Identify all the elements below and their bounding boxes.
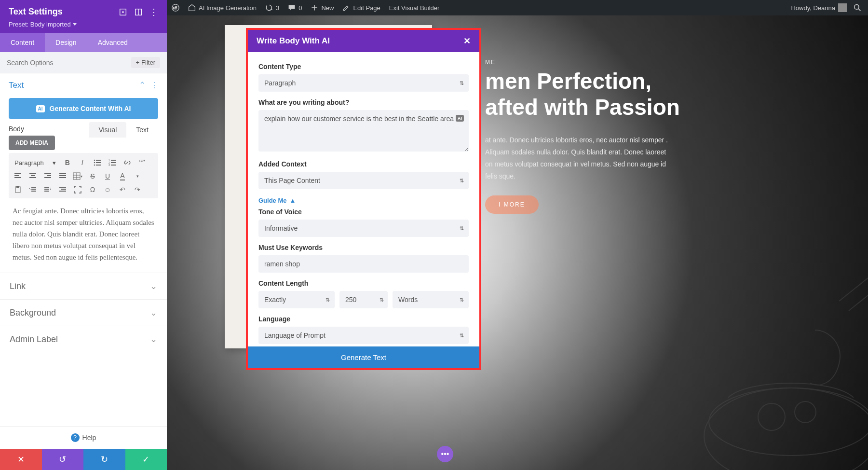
tab-design[interactable]: Design <box>45 33 87 52</box>
svg-rect-25 <box>14 175 19 176</box>
text-section-header[interactable]: Text ⌃ ⋮ <box>0 73 167 94</box>
save-button[interactable]: ✓ <box>125 449 167 470</box>
generate-ai-label: Generate Content With AI <box>50 105 131 112</box>
guide-me-toggle[interactable]: Guide Me ▲ <box>258 197 296 204</box>
undo-button[interactable]: ↺ <box>42 449 84 470</box>
svg-rect-48 <box>59 187 66 188</box>
tab-content[interactable]: Content <box>0 33 45 52</box>
fullscreen-icon[interactable] <box>72 184 83 195</box>
expand-icon[interactable] <box>119 8 127 16</box>
indent-icon[interactable] <box>42 184 53 195</box>
svg-rect-32 <box>44 177 51 178</box>
search-input[interactable] <box>7 59 103 67</box>
ul-icon[interactable] <box>92 157 103 168</box>
comments-count: 0 <box>298 4 302 12</box>
updates-link[interactable]: 3 <box>265 4 279 12</box>
generate-text-button[interactable]: Generate Text <box>248 346 479 368</box>
help-row[interactable]: ? Help <box>0 426 167 449</box>
svg-rect-16 <box>96 162 101 163</box>
panel-title: Text Settings <box>9 7 63 17</box>
link-icon[interactable] <box>122 157 133 168</box>
bottom-actions: ✕ ↺ ↻ ✓ <box>0 449 167 470</box>
length-compare-select[interactable]: Exactly <box>258 291 335 308</box>
tone-select[interactable]: Informative <box>258 220 469 237</box>
editor-content[interactable]: Ac feugiat ante. Donec ultricies loborti… <box>9 198 158 273</box>
outdent-icon[interactable] <box>27 184 38 195</box>
bold-icon[interactable]: B <box>62 157 73 168</box>
generate-ai-button[interactable]: AI Generate Content With AI <box>9 98 158 119</box>
svg-point-14 <box>94 165 95 166</box>
ai-chip-icon[interactable]: AI <box>456 115 464 122</box>
text-color-dropdown-icon[interactable]: ▾ <box>132 171 143 181</box>
chevron-up-icon[interactable]: ⌃ <box>139 80 146 90</box>
align-right-icon[interactable] <box>42 171 53 181</box>
wp-admin-bar: AI Image Generation 3 0 New Edit Page Ex… <box>167 0 868 15</box>
cancel-button[interactable]: ✕ <box>0 449 42 470</box>
add-media-button[interactable]: ADD MEDIA <box>9 136 55 150</box>
howdy-user[interactable]: Howdy, Deanna <box>791 3 847 12</box>
svg-rect-31 <box>47 175 51 176</box>
about-textarea[interactable] <box>258 110 469 152</box>
redo-icon[interactable]: ↷ <box>132 184 143 195</box>
svg-point-7 <box>795 401 816 423</box>
svg-rect-45 <box>44 187 49 188</box>
close-icon[interactable]: ✕ <box>463 36 471 46</box>
link-accordion[interactable]: Link ⌄ <box>0 273 167 299</box>
exit-builder-link[interactable]: Exit Visual Builder <box>389 4 440 12</box>
language-select[interactable]: Language of Prompt <box>258 327 469 344</box>
svg-point-1 <box>854 5 859 10</box>
omega-icon[interactable]: Ω <box>87 184 98 195</box>
bg-acc-label: Background <box>10 308 56 318</box>
settings-tabs: Content Design Advanced <box>0 33 167 52</box>
more-icon[interactable]: ⋮ <box>149 8 158 16</box>
undo-icon[interactable]: ↶ <box>117 184 128 195</box>
format-select[interactable]: Paragraph ▾ <box>13 158 58 167</box>
tab-advanced[interactable]: Advanced <box>87 33 138 52</box>
svg-rect-27 <box>29 173 36 174</box>
link-acc-label: Link <box>10 281 26 291</box>
emoji-icon[interactable]: ☺ <box>102 184 113 195</box>
keywords-input[interactable] <box>258 255 469 273</box>
plus-icon: + <box>136 59 140 66</box>
edit-page-link[interactable]: Edit Page <box>342 4 380 12</box>
align-center-icon[interactable] <box>27 171 38 181</box>
preset-selector[interactable]: Preset: Body imported <box>9 21 158 28</box>
svg-rect-23 <box>111 165 116 166</box>
divi-fab-button[interactable]: ••• <box>437 446 453 462</box>
hero-paragraph: at ante. Donec ultricies lobortis eros, … <box>485 134 673 183</box>
length-unit-select[interactable]: Words <box>393 291 469 308</box>
length-label: Content Length <box>258 279 469 287</box>
site-name[interactable]: AI Image Generation <box>188 4 257 12</box>
strike-icon[interactable]: S <box>87 171 98 181</box>
section-more-icon[interactable]: ⋮ <box>150 81 158 90</box>
paste-icon[interactable] <box>13 184 23 195</box>
background-accordion[interactable]: Background ⌄ <box>0 299 167 326</box>
align-justify-icon[interactable] <box>57 171 68 181</box>
svg-rect-42 <box>31 187 36 188</box>
indent2-icon[interactable] <box>57 184 68 195</box>
hero-eyebrow: ME <box>485 59 680 66</box>
context-select[interactable]: This Page Content <box>258 172 469 189</box>
align-left-icon[interactable] <box>13 171 23 181</box>
quote-icon[interactable]: “” <box>137 157 148 168</box>
new-link[interactable]: New <box>311 4 334 12</box>
length-number-input[interactable] <box>339 291 388 308</box>
hero-cta-button[interactable]: I MORE <box>485 195 539 214</box>
table-icon[interactable]: ▾ <box>72 171 83 181</box>
comments-link[interactable]: 0 <box>288 4 302 12</box>
wp-logo-icon[interactable] <box>172 4 179 12</box>
search-icon[interactable] <box>854 4 861 12</box>
editor-toolbar: Paragraph ▾ B I 123 “” ▾ S U A ▾ <box>9 153 158 198</box>
content-type-select[interactable]: Paragraph <box>258 74 469 92</box>
text-color-icon[interactable]: A <box>117 171 128 181</box>
redo-button[interactable]: ↻ <box>83 449 125 470</box>
filter-button[interactable]: + Filter <box>131 57 160 68</box>
italic-icon[interactable]: I <box>77 157 88 168</box>
admin-label-accordion[interactable]: Admin Label ⌄ <box>0 326 167 352</box>
underline-icon[interactable]: U <box>102 171 113 181</box>
new-label: New <box>321 4 334 12</box>
layout-icon[interactable] <box>134 8 143 16</box>
visual-tab[interactable]: Visual <box>89 122 126 138</box>
text-tab[interactable]: Text <box>126 122 158 138</box>
ol-icon[interactable]: 123 <box>107 157 118 168</box>
